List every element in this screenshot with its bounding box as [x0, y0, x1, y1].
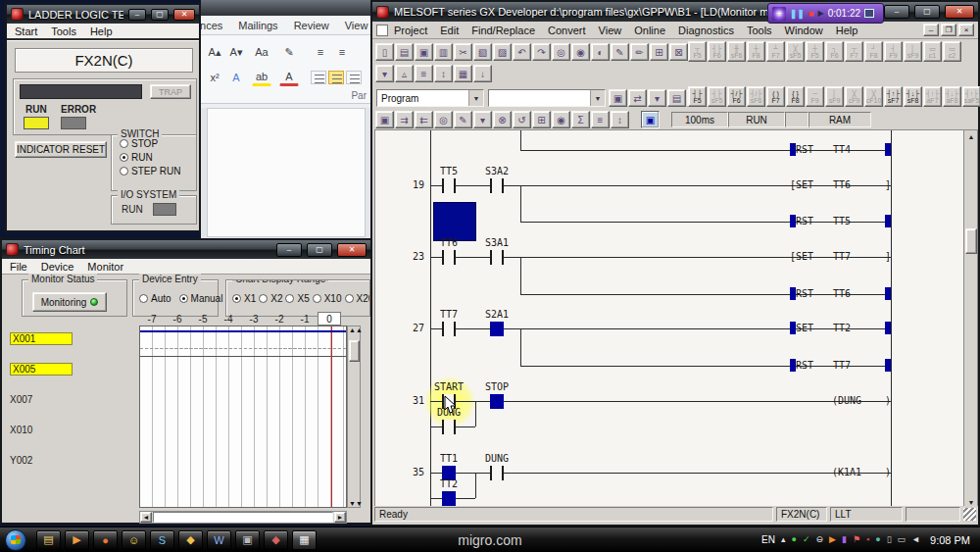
timing-chart-titlebar[interactable]: Timing Chart	[2, 240, 370, 259]
toolbar-button[interactable]: ▤	[667, 89, 686, 107]
contact-tt6[interactable]	[442, 250, 456, 265]
ladder-symbol-button[interactable]: { }F8	[786, 86, 805, 107]
toolbar-button[interactable]: ▾	[375, 65, 394, 82]
ladder-symbol-button[interactable]: ┤/├sF6	[747, 86, 765, 107]
monitor-toolbar-button[interactable]: ⇇	[415, 111, 433, 128]
ladder-symbol-button[interactable]: ╳cF9	[845, 86, 863, 107]
shrink-font-icon[interactable]: A▾	[226, 43, 246, 61]
toolbar-button[interactable]: ≡	[415, 65, 433, 82]
grow-font-icon[interactable]: A▴	[205, 43, 224, 61]
child-restore-button[interactable]	[941, 24, 956, 36]
contact-dung[interactable]	[442, 420, 456, 434]
ladder-symbol-button[interactable]: ─F9	[806, 86, 824, 107]
ladder-symbol-button[interactable]: ┼F5	[806, 41, 824, 62]
ladder-symbol-button[interactable]: ╳cF10	[864, 86, 883, 107]
ladder-symbol-button[interactable]: ┐F6	[825, 41, 844, 62]
ladder-symbol-button[interactable]: ╳sF5	[786, 41, 805, 62]
monitor-toolbar-button[interactable]: ✎	[454, 111, 472, 128]
gx-menu-item[interactable]: Edit	[440, 25, 459, 36]
toolbar-button[interactable]: ⊞	[650, 43, 668, 61]
taskbar-icon-firefox[interactable]: ●	[93, 530, 118, 550]
instruction-set-tt2[interactable]: SETTT2	[790, 322, 891, 334]
scrollbar-thumb[interactable]	[965, 228, 977, 254]
child-minimize-button[interactable]	[923, 24, 939, 36]
ladder-symbol-button[interactable]: ┤├sF5	[708, 86, 726, 107]
monitor-toolbar-button[interactable]: ↕	[611, 111, 629, 128]
monitor-toolbar-button[interactable]: Σ	[571, 111, 590, 128]
switch-radio-option[interactable]: RUN	[120, 152, 196, 163]
recorder-window-icon[interactable]	[864, 9, 874, 18]
pause-icon[interactable]: ❚❚	[790, 9, 805, 19]
child-window-icon[interactable]	[376, 25, 388, 36]
close-button[interactable]	[945, 5, 974, 19]
toolbar-button[interactable]: ✏	[630, 43, 649, 61]
ladder-symbol-button[interactable]: ┤↑├saF5	[962, 86, 980, 107]
scroll-left-arrow[interactable]	[140, 512, 152, 523]
align-left-icon[interactable]	[311, 71, 326, 84]
instruction-rst-tt4[interactable]: RSTTT4	[790, 143, 891, 156]
coil-k1a1[interactable]: K1A1	[832, 467, 891, 479]
contact-stop-energized[interactable]	[490, 394, 504, 409]
word-document-area[interactable]	[201, 108, 370, 238]
maximize-button[interactable]	[151, 9, 169, 21]
scroll-right-arrow[interactable]	[334, 512, 346, 523]
toolbar-button[interactable]: ◉	[571, 43, 590, 61]
toolbar-button[interactable]: ⊠	[669, 43, 688, 61]
toolbar-button[interactable]: ⇄	[628, 89, 647, 107]
ladder-symbol-button[interactable]: ▭c2	[943, 41, 961, 62]
ladder-symbol-button[interactable]: ┤↑├sF7	[884, 86, 903, 107]
monitor-toolbar-button[interactable]: ◉	[552, 111, 570, 128]
ladder-symbol-button[interactable]: ┴F7	[766, 41, 785, 62]
maximize-button[interactable]	[914, 5, 940, 19]
instruction-rst-tt6[interactable]: RSTTT6	[790, 287, 891, 300]
ladder-tool-titlebar[interactable]: LADDER LOGIC TEST TO...	[7, 5, 199, 24]
ladder-editor[interactable]: RSTTT4 19 TT5 S3A2 SETTT6 RSTTT5 23 TT6	[374, 129, 978, 510]
menu-item[interactable]: Device	[41, 261, 74, 273]
scrollbar-trough[interactable]	[153, 512, 333, 523]
ladder-symbol-button[interactable]: ▭c1	[923, 41, 942, 62]
program-type-combo[interactable]: Program▼	[376, 89, 484, 107]
toolbar-button[interactable]: ▯	[375, 43, 394, 61]
monitor-toolbar-button[interactable]: ≡	[591, 111, 610, 128]
menu-item[interactable]: Tools	[51, 25, 76, 37]
toolbar-button[interactable]: ▥	[434, 43, 453, 61]
network-globe-icon[interactable]: ●	[875, 535, 880, 544]
contact-tt7[interactable]	[442, 322, 456, 336]
minimize-button[interactable]	[884, 5, 909, 19]
ladder-symbol-button[interactable]: ┤/├F6	[727, 86, 746, 107]
toolbar-button[interactable]: ✎	[611, 43, 629, 61]
bullets-icon[interactable]: ≡	[311, 43, 330, 61]
ladder-symbol-button[interactable]: ┤↑├aF7	[923, 86, 942, 107]
download-manager-icon[interactable]: ▶	[829, 535, 836, 544]
superscript-icon[interactable]: x²	[205, 69, 224, 86]
monitor-toolbar-button[interactable]: ⇉	[395, 111, 414, 128]
toolbar-button[interactable]: ▣	[415, 43, 433, 61]
toolbar-button[interactable]: ◎	[552, 43, 570, 61]
taskbar-icon-app-red[interactable]: ◆	[264, 530, 288, 550]
idm-icon[interactable]: ●	[792, 535, 797, 544]
text-highlight-icon[interactable]: ab	[252, 69, 271, 86]
display-range-radio[interactable]: X20	[345, 293, 371, 304]
stop-icon[interactable]: ■	[808, 9, 813, 19]
monitoring-button[interactable]: Monitoring	[32, 292, 107, 312]
scroll-up-arrow[interactable]	[965, 130, 977, 143]
gx-menu-item[interactable]: Project	[394, 25, 427, 36]
volume-icon[interactable]: ◄	[911, 535, 920, 544]
instruction-rst-tt5[interactable]: RSTTT5	[790, 215, 891, 227]
toolbar-button[interactable]: ↷	[532, 43, 551, 61]
gx-menu-item[interactable]: Diagnostics	[678, 25, 734, 36]
monitor-toolbar-button[interactable]: ⊞	[532, 111, 551, 128]
taskbar-icon-word[interactable]: W	[207, 530, 231, 550]
start-button[interactable]	[5, 529, 26, 551]
timing-plot[interactable]	[139, 326, 347, 508]
resize-grip[interactable]	[963, 508, 976, 521]
font-color-icon[interactable]: A	[279, 69, 299, 86]
signal-label[interactable]: X005	[10, 363, 73, 376]
word-ribbon-tab[interactable]: Review	[294, 20, 329, 31]
toolbar-button[interactable]: ↓	[473, 65, 492, 82]
contact-tt2-energized[interactable]	[442, 491, 456, 506]
word-ribbon-tab[interactable]: View	[345, 20, 368, 31]
gx-titlebar[interactable]: MELSOFT series GX Developer d:\program f…	[372, 2, 978, 22]
instruction-rst-tt7[interactable]: RSTTT7	[790, 359, 891, 372]
taskbar-icon-gx-developer[interactable]: ▦	[292, 530, 317, 550]
